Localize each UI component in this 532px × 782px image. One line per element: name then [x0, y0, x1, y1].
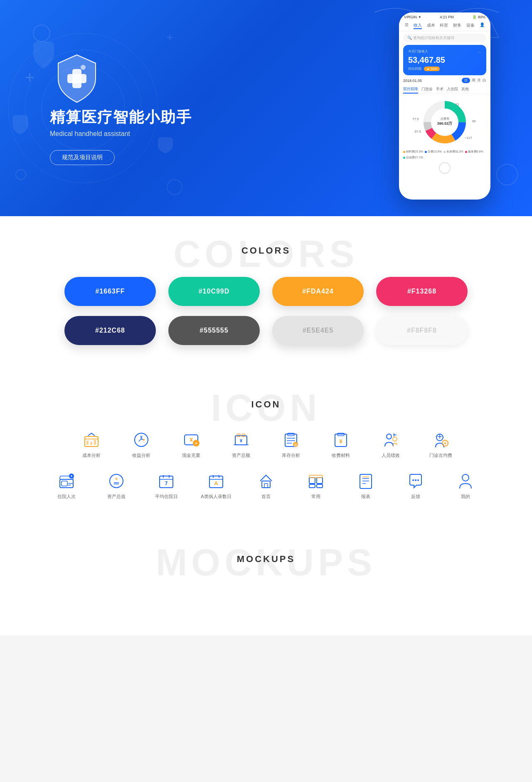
assets-label: 资产总额	[232, 452, 250, 459]
icons-grid: 成本分析 ¥ 收益分析 ¥ + 现金充量	[0, 431, 532, 500]
color-light-gray-label: #E5E4E5	[303, 327, 334, 334]
icon-item-report: 报表	[349, 472, 382, 500]
svg-text:390.53万: 390.53万	[437, 121, 453, 126]
svg-text:→117: →117	[463, 136, 472, 140]
asset-value-label: 资产总值	[107, 493, 126, 500]
hero-section: + + + 精算医疗智能小助手 Medical handheld assista…	[0, 0, 532, 216]
color-dark-gray: #555555	[168, 316, 260, 345]
assets-icon: ¥	[232, 431, 250, 449]
icon-item-class-a: A A类病人录数日	[200, 472, 233, 500]
legend-material: 材料费25.3%	[403, 150, 423, 154]
svg-rect-12	[67, 74, 86, 83]
svg-point-10	[497, 164, 517, 185]
legend-daily: 日费13.9%	[425, 150, 442, 154]
icon-item-fee: ¥ 收费材料	[324, 431, 357, 459]
asset-value-icon: ¥	[107, 472, 126, 490]
phone-chart-area: 总费用 390.53万 72 39 77.5 37.5 →117	[399, 96, 490, 150]
color-blue: #1663FF	[64, 277, 156, 306]
svg-text:总费用: 总费用	[440, 117, 449, 120]
color-navy-label: #212C68	[95, 327, 125, 334]
mockups-section: MOCKUPS MOCKUPS	[0, 525, 532, 635]
inpatient-label: 住院人次	[57, 493, 76, 500]
home-label: 首页	[261, 493, 271, 500]
color-dark-navy: #212C68	[64, 316, 156, 345]
icon-item-inventory: 分 库存分析	[274, 431, 308, 459]
icon-item-revenue: ¥ 收益分析	[125, 431, 158, 459]
icon-item-feedback: 反馈	[399, 472, 432, 500]
svg-rect-30	[94, 440, 96, 445]
card-compare: 对比同期	[408, 67, 421, 71]
svg-point-13	[81, 65, 86, 70]
tab-surgery: 手术	[436, 86, 443, 94]
legend-future: 未来费32.2%	[443, 150, 463, 154]
svg-point-5	[167, 180, 182, 195]
nav-finance: 财务	[453, 22, 461, 29]
icon-item-avg-days: 7 平均住院日	[150, 472, 183, 500]
avg-days-icon: 7	[157, 472, 175, 490]
svg-text:37.5: 37.5	[414, 130, 421, 133]
cash-label: 现金充量	[182, 452, 200, 459]
svg-rect-74	[264, 484, 268, 488]
icon-item-staff: 人员绩效	[374, 431, 407, 459]
svg-rect-29	[90, 442, 92, 445]
icon-title: ICON	[0, 399, 532, 410]
staff-icon	[382, 431, 400, 449]
svg-point-85	[412, 479, 414, 481]
battery: 🔋 80%	[472, 15, 485, 19]
color-orange-label: #FDA424	[302, 288, 333, 295]
icon-item-inpatient: 住院人次	[50, 472, 83, 500]
phone-legend: 材料费25.3% 日费13.9% 未来费32.2% 服务费0.6% 自他费27.…	[399, 150, 490, 160]
class-a-label: A类病人录数日	[201, 493, 231, 500]
menu-icon: ☰	[405, 22, 409, 29]
hero-cta-button[interactable]: 规范及项目说明	[50, 150, 115, 165]
phone-nav: ☰ 收入 成本 科室 财务 设备 👤	[399, 21, 490, 31]
common-icon	[307, 472, 325, 490]
icon-section: ICON ICON 成本分析 ¥	[0, 370, 532, 525]
nav-income: 收入	[414, 22, 422, 29]
feedback-icon	[406, 472, 425, 490]
inventory-icon: 分	[282, 431, 300, 449]
color-orange: #FDA424	[272, 277, 364, 306]
svg-point-3	[33, 25, 50, 42]
svg-text:¥: ¥	[115, 477, 117, 481]
svg-rect-57	[62, 481, 67, 486]
svg-text:7: 7	[165, 481, 168, 486]
svg-rect-28	[86, 441, 89, 445]
svg-point-59	[110, 474, 123, 488]
svg-point-33	[143, 439, 145, 441]
phone-date-row: 2018.01.05 日 周 月 白	[399, 75, 490, 86]
revenue-label: 收益分析	[132, 452, 150, 459]
tab-emergency: 门急诊	[421, 86, 433, 94]
class-a-icon: A	[207, 472, 225, 490]
color-pink-label: #F13268	[407, 288, 436, 295]
svg-text:A: A	[214, 480, 218, 486]
svg-rect-75	[309, 478, 315, 484]
fee-label: 收费材料	[332, 452, 350, 459]
card-label: 今日门诊收入	[408, 49, 428, 54]
legend-service: 服务费0.6%	[465, 150, 483, 154]
colors-section: COLORS COLORS #1663FF #10C99D #FDA424 #F…	[0, 216, 532, 370]
svg-text:¥: ¥	[339, 438, 342, 444]
svg-text:分: 分	[293, 443, 298, 447]
outpatient-icon	[431, 431, 450, 449]
svg-point-88	[462, 474, 469, 481]
legend-other: 自他费27.7%	[403, 155, 423, 160]
phone-card: 今日门诊收入 ··· 53,467.85 对比同期 ▲ 20%	[403, 45, 486, 75]
svg-text:72: 72	[456, 103, 459, 106]
nav-dept: 科室	[440, 22, 448, 29]
staff-label: 人员绩效	[382, 452, 400, 459]
inpatient-icon	[57, 472, 76, 490]
cost-label: 成本分析	[82, 452, 101, 459]
nav-cost: 成本	[427, 22, 435, 29]
svg-point-87	[417, 479, 419, 481]
tab-inpatient: 入住院	[447, 86, 458, 94]
svg-rect-84	[362, 476, 369, 478]
phone-mockup: VIRGIN ✦ 4:21 PM 🔋 80% ☰ 收入 成本 科室 财务 设备 …	[399, 12, 490, 200]
tab-other: 其他	[461, 86, 469, 94]
carrier: VIRGIN ✦	[404, 15, 421, 19]
colors-row-1: #1663FF #10C99D #FDA424 #F13268	[64, 277, 468, 306]
icon-item-home: 首页	[249, 472, 283, 500]
icon-item-assets: ¥ 资产总额	[224, 431, 258, 459]
avg-days-label: 平均住院日	[155, 493, 178, 500]
feedback-label: 反馈	[411, 493, 420, 500]
